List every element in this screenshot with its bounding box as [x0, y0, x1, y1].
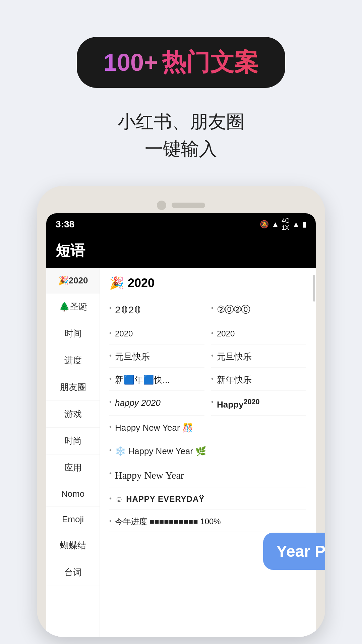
item-text: 新🟦年🟦快... [115, 374, 170, 386]
network-label: 4G1X [282, 217, 290, 231]
item-text: Happy New Year 🎊 [115, 422, 193, 434]
item-text: ❄️ Happy New Year 🌿 [115, 445, 206, 457]
sidebar-item-2020[interactable]: 🎉2020 [46, 268, 100, 293]
item-text: 2020 [217, 328, 235, 339]
sidebar-item-christmas[interactable]: 🌲圣诞 [46, 293, 100, 320]
bullet-icon: • [109, 470, 112, 477]
item-text: 元旦快乐 [217, 351, 252, 363]
phone-notch [46, 196, 316, 213]
list-item[interactable]: • 元旦快乐 [211, 346, 306, 368]
content-area: 🎉 2020 • 2𝟘2𝟘 • ②⓪②⓪ [100, 268, 316, 637]
scrollbar[interactable] [313, 275, 315, 302]
bullet-icon: • [211, 304, 214, 312]
sidebar-item-time[interactable]: 时间 [46, 320, 100, 347]
list-item[interactable]: • ②⓪②⓪ [211, 298, 306, 322]
status-time: 3:38 [56, 219, 74, 230]
wifi-icon: ▲ [272, 220, 279, 229]
status-bar: 3:38 🔕 ▲ 4G1X ▲ ▮ [46, 213, 316, 235]
section-title-text: 2020 [128, 276, 155, 290]
bullet-icon: • [109, 352, 112, 360]
sidebar-item-moments[interactable]: 朋友圈 [46, 374, 100, 401]
bullet-icon: • [109, 423, 112, 431]
sidebar-item-emoji[interactable]: Emoji [46, 507, 100, 532]
list-item [211, 417, 306, 439]
item-text: ②⓪②⓪ [217, 303, 250, 316]
badge-label: 热门文案 [162, 46, 258, 78]
item-text: 2𝟘2𝟘 [115, 303, 141, 317]
sidebar: 🎉2020 🌲圣诞 时间 进度 朋友圈 游戏 时尚 应用 Nomo Emoji … [46, 268, 100, 637]
bullet-icon: • [109, 304, 112, 312]
bullet-icon: • [211, 329, 214, 337]
sidebar-item-apps[interactable]: 应用 [46, 454, 100, 481]
item-text: 2020 [115, 328, 133, 339]
bullet-icon: • [211, 398, 214, 406]
list-item[interactable]: • Happy New Year 🎊 [109, 417, 204, 439]
bullet-icon: • [109, 517, 112, 525]
item-text: Happy New Year [115, 468, 184, 482]
list-item[interactable]: • 新🟦年🟦快... [109, 369, 204, 391]
bullet-icon: • [109, 329, 112, 337]
sidebar-item-progress[interactable]: 进度 [46, 347, 100, 374]
bubble-overlay: Year Pr [263, 533, 325, 570]
bullet-icon: • [109, 398, 112, 406]
speaker-icon [172, 203, 205, 208]
bullet-icon: • [211, 375, 214, 383]
list-item[interactable]: • Happy New Year [109, 464, 306, 487]
bullet-icon: • [211, 352, 214, 360]
subtitle-line2: 一键输入 [145, 139, 217, 159]
phone-mockup: 3:38 🔕 ▲ 4G1X ▲ ▮ 短语 🎉2020 🌲圣诞 [37, 186, 325, 637]
bullet-icon: • [109, 375, 112, 383]
list-item[interactable]: • happy 2020 [109, 392, 204, 416]
bubble-text: Year Pr [277, 542, 325, 560]
section-emoji: 🎉 [109, 276, 124, 290]
sidebar-item-fashion[interactable]: 时尚 [46, 428, 100, 454]
section-title: 🎉 2020 [109, 276, 306, 290]
content-grid: • 2𝟘2𝟘 • ②⓪②⓪ • 2020 • [109, 298, 306, 532]
camera-icon [157, 201, 166, 210]
item-text: ☺ HAPPY EVERYDAŸ [115, 493, 204, 505]
list-item[interactable]: • 2020 [211, 323, 306, 344]
bullet-icon: • [109, 495, 112, 502]
list-item[interactable]: • 新年快乐 [211, 369, 306, 391]
status-icons: 🔕 ▲ 4G1X ▲ ▮ [260, 217, 306, 231]
bullet-icon: • [109, 446, 112, 454]
phone-screen: 3:38 🔕 ▲ 4G1X ▲ ▮ 短语 🎉2020 🌲圣诞 [46, 213, 316, 637]
sidebar-item-games[interactable]: 游戏 [46, 401, 100, 428]
badge-number: 100+ [104, 49, 158, 76]
item-text: 今年进度 ■■■■■■■■■■ 100% [115, 516, 221, 527]
app-header: 短语 [46, 235, 316, 268]
item-text: 新年快乐 [217, 374, 252, 386]
phone-outer: 3:38 🔕 ▲ 4G1X ▲ ▮ 短语 🎉2020 🌲圣诞 [37, 186, 325, 637]
sidebar-item-bow[interactable]: 蝴蝶结 [46, 532, 100, 559]
list-item[interactable]: • 2020 [109, 323, 204, 344]
item-text: 元旦快乐 [115, 351, 150, 363]
mute-icon: 🔕 [260, 220, 269, 229]
app-body: 🎉2020 🌲圣诞 时间 进度 朋友圈 游戏 时尚 应用 Nomo Emoji … [46, 268, 316, 637]
list-item[interactable]: • Happy2020 [211, 392, 306, 416]
list-item[interactable]: • 今年进度 ■■■■■■■■■■ 100% [109, 511, 306, 532]
sidebar-item-nomo[interactable]: Nomo [46, 481, 100, 507]
sidebar-item-script[interactable]: 台词 [46, 559, 100, 586]
top-section: 100+ 热门文案 小红书、朋友圈 一键输入 [0, 0, 362, 162]
signal-icon: ▲ [292, 220, 300, 229]
item-text: Happy2020 [217, 397, 260, 411]
promo-badge: 100+ 热门文案 [77, 37, 285, 88]
list-item[interactable]: • 元旦快乐 [109, 346, 204, 368]
subtitle-line1: 小红书、朋友圈 [118, 111, 244, 131]
list-item[interactable]: • ☺ HAPPY EVERYDAŸ [109, 489, 306, 510]
item-text: happy 2020 [115, 397, 161, 409]
app-title: 短语 [56, 241, 306, 261]
list-item[interactable]: • ❄️ Happy New Year 🌿 [109, 440, 306, 462]
subtitle: 小红书、朋友圈 一键输入 [118, 108, 244, 162]
list-item[interactable]: • 2𝟘2𝟘 [109, 298, 204, 322]
battery-icon: ▮ [302, 220, 306, 229]
